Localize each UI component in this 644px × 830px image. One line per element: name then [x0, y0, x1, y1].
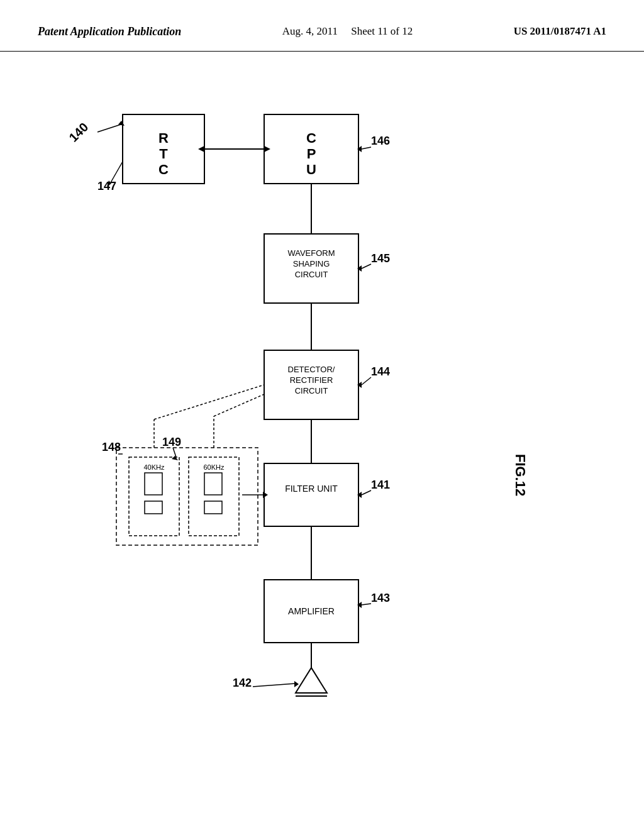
svg-text:WAVEFORM: WAVEFORM: [287, 248, 335, 258]
svg-marker-69: [296, 668, 327, 693]
svg-text:CIRCUIT: CIRCUIT: [295, 386, 328, 396]
svg-text:143: 143: [371, 592, 390, 604]
svg-text:140: 140: [66, 120, 91, 145]
svg-rect-12: [264, 350, 358, 419]
svg-rect-51: [145, 501, 162, 514]
patent-number: US 2011/0187471 A1: [514, 25, 606, 38]
svg-text:SHAPING: SHAPING: [293, 259, 330, 268]
svg-text:142: 142: [233, 677, 252, 689]
diagram-area: R T C C P U WAVEFORM SHAPING CIRCUIT DET…: [0, 52, 644, 806]
svg-marker-26: [198, 146, 204, 152]
svg-line-72: [253, 683, 296, 687]
header-center: Aug. 4, 2011 Sheet 11 of 12: [282, 25, 413, 38]
svg-text:146: 146: [371, 135, 390, 147]
svg-line-40: [362, 377, 371, 385]
publication-title: Patent Application Publication: [38, 25, 181, 38]
svg-text:FILTER UNIT: FILTER UNIT: [285, 484, 338, 494]
svg-text:144: 144: [371, 365, 390, 378]
svg-line-37: [362, 264, 371, 268]
svg-line-28: [97, 124, 123, 132]
svg-rect-8: [264, 234, 358, 303]
svg-text:U: U: [306, 162, 316, 177]
svg-line-46: [362, 604, 371, 605]
svg-text:RECTIFIER: RECTIFIER: [290, 375, 333, 385]
patent-diagram: R T C C P U WAVEFORM SHAPING CIRCUIT DET…: [0, 52, 644, 806]
svg-text:60KHz: 60KHz: [203, 463, 225, 471]
svg-line-60: [214, 394, 264, 416]
svg-text:AMPLIFIER: AMPLIFIER: [288, 606, 335, 616]
svg-marker-67: [172, 456, 178, 460]
page-header: Patent Application Publication Aug. 4, 2…: [0, 0, 644, 52]
svg-rect-48: [116, 448, 258, 545]
svg-rect-54: [204, 473, 222, 495]
svg-text:147: 147: [97, 180, 116, 192]
svg-text:C: C: [306, 130, 316, 146]
svg-text:FIG.12: FIG.12: [513, 454, 528, 496]
svg-line-34: [362, 147, 371, 149]
svg-marker-73: [294, 681, 299, 687]
svg-rect-55: [204, 501, 222, 514]
svg-marker-62: [263, 492, 268, 498]
svg-line-66: [173, 448, 176, 457]
svg-rect-50: [145, 473, 162, 495]
svg-rect-16: [264, 463, 358, 526]
svg-text:141: 141: [371, 479, 390, 491]
svg-text:P: P: [307, 146, 316, 162]
svg-text:T: T: [159, 146, 168, 162]
svg-text:C: C: [158, 162, 169, 177]
svg-text:148: 148: [102, 441, 121, 453]
svg-text:40KHz: 40KHz: [143, 463, 165, 471]
svg-text:149: 149: [162, 436, 181, 448]
svg-line-43: [362, 490, 371, 495]
sheet-info: Sheet 11 of 12: [351, 25, 413, 37]
svg-text:145: 145: [371, 252, 390, 265]
svg-text:R: R: [158, 130, 169, 146]
svg-marker-25: [264, 146, 270, 152]
publication-date: Aug. 4, 2011: [282, 25, 338, 37]
svg-text:DETECTOR/: DETECTOR/: [288, 365, 335, 374]
svg-text:CIRCUIT: CIRCUIT: [295, 270, 328, 279]
svg-line-58: [154, 385, 264, 419]
